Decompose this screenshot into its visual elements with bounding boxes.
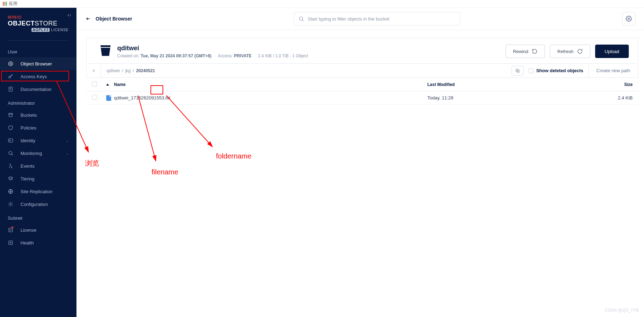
created-label: Created on: Tue, May 21 2024 09:37:57 (G… [117, 53, 211, 58]
row-checkbox[interactable] [92, 95, 97, 100]
breadcrumb[interactable]: qditwei/ jkg/ 20240521 [101, 68, 161, 73]
select-all-checkbox[interactable] [92, 81, 97, 86]
file-size: 2.4 KiB [594, 95, 633, 100]
logo-license: AGPLV3LICENSE [8, 28, 69, 32]
sidebar-collapse-icon[interactable] [67, 13, 72, 18]
refresh-button[interactable]: Refresh [550, 45, 590, 58]
watermark: CSDN @QD_IT伟 [605, 307, 639, 313]
notification-dot-icon [11, 226, 13, 229]
gear-icon [626, 16, 632, 22]
sidebar-item-label: Identity [21, 138, 35, 143]
health-icon [8, 240, 13, 246]
checkbox-icon[interactable] [529, 68, 534, 73]
divider [8, 40, 69, 41]
sidebar-item-buckets[interactable]: Buckets [0, 109, 76, 121]
search-icon [298, 16, 304, 22]
search-input[interactable] [308, 16, 456, 22]
sidebar-item-site-replication[interactable]: Site Replication [0, 185, 76, 198]
sidebar-item-policies[interactable]: Policies [0, 121, 76, 134]
file-name: qditwei_1716262091553.txt [114, 95, 170, 100]
settings-button[interactable] [622, 12, 636, 25]
path-row: qditwei/ jkg/ 20240521 Show deleted obje… [86, 64, 638, 78]
svg-point-6 [9, 151, 12, 155]
sidebar-item-health[interactable]: Health [0, 236, 76, 249]
sidebar-item-label: Documentation [21, 87, 51, 92]
copy-icon [515, 68, 520, 73]
svg-rect-4 [8, 139, 13, 142]
sidebar-item-label: Health [21, 240, 34, 246]
bucket-large-icon [99, 45, 112, 56]
file-modified: Today, 11:28 [427, 95, 594, 100]
svg-point-8 [10, 203, 11, 205]
rewind-icon [532, 48, 537, 54]
svg-point-5 [10, 140, 11, 141]
sidebar-item-documentation[interactable]: Documentation [0, 83, 76, 96]
header-name[interactable]: Name [106, 82, 427, 87]
bucket-name: qditwei [117, 45, 308, 52]
file-table: Name Last Modified Size qditwei_17162620… [86, 78, 638, 105]
section-user: User [0, 44, 76, 57]
apps-grid-icon [3, 2, 7, 6]
bucket-header: qditwei Created on: Tue, May 21 2024 09:… [86, 38, 638, 64]
table-header: Name Last Modified Size [86, 78, 638, 91]
sidebar-item-label: Access Keys [21, 74, 47, 79]
section-subnet: Subnet [0, 211, 76, 224]
back-arrow-icon[interactable] [85, 16, 91, 21]
sidebar-item-tiering[interactable]: Tiering [0, 172, 76, 185]
search-bar[interactable] [294, 12, 460, 25]
access-label: Access: PRIVATE [218, 53, 252, 58]
crumb-current: 20240521 [136, 68, 155, 73]
main-content: Object Browser qditwei Created on: Tue, … [76, 8, 644, 317]
crumb-folder[interactable]: jkg [125, 68, 131, 73]
sidebar-item-label: Tiering [21, 176, 34, 181]
layers-icon [8, 176, 13, 181]
crumb-bucket[interactable]: qditwei [107, 68, 120, 73]
svg-point-12 [628, 18, 630, 20]
header-modified[interactable]: Last Modified [427, 82, 594, 87]
path-back-button[interactable] [87, 64, 101, 77]
sidebar-item-label: Policies [21, 125, 36, 131]
table-row[interactable]: qditwei_1716262091553.txt Today, 11:28 2… [86, 91, 638, 105]
sidebar: MINIO OBJECTSTORE AGPLV3LICENSE User Obj… [0, 8, 76, 317]
chevron-down-icon: ⌄ [66, 139, 69, 143]
sidebar-item-label: Buckets [21, 113, 37, 118]
sidebar-item-monitoring[interactable]: Monitoring ⌄ [0, 147, 76, 160]
search-icon [8, 150, 13, 156]
lambda-icon [8, 163, 13, 169]
sidebar-item-label: Events [21, 163, 35, 169]
sidebar-item-object-browser[interactable]: Object Browser [0, 57, 76, 70]
sidebar-item-events[interactable]: Events [0, 160, 76, 172]
page-title: Object Browser [96, 16, 132, 22]
sidebar-item-license[interactable]: License [0, 224, 76, 236]
page-title-area[interactable]: Object Browser [85, 16, 132, 22]
sidebar-item-identity[interactable]: Identity ⌄ [0, 134, 76, 147]
sort-asc-icon [106, 83, 109, 86]
sidebar-item-label: Object Browser [21, 61, 52, 67]
doc-icon [8, 86, 13, 92]
create-new-path-button[interactable]: Create new path [588, 64, 638, 77]
chevron-down-icon: ⌄ [66, 151, 69, 155]
svg-point-2 [9, 76, 11, 78]
show-deleted-toggle[interactable]: Show deleted objects [529, 68, 583, 73]
rewind-button[interactable]: Rewind [506, 45, 545, 58]
gear-icon [8, 201, 13, 207]
top-bar: Object Browser [76, 8, 644, 30]
bucket-info: qditwei Created on: Tue, May 21 2024 09:… [117, 45, 308, 58]
bucket-actions: Rewind Refresh Upload [506, 45, 629, 58]
copy-path-button[interactable] [512, 66, 524, 76]
svg-point-0 [8, 62, 13, 66]
upload-button[interactable]: Upload [595, 45, 629, 58]
sidebar-item-configuration[interactable]: Configuration [0, 198, 76, 211]
logo: MINIO OBJECTSTORE AGPLV3LICENSE [0, 11, 76, 38]
sidebar-item-label: Configuration [21, 202, 48, 207]
svg-rect-9 [9, 228, 13, 232]
apps-label: 应用 [9, 1, 17, 7]
sidebar-item-access-keys[interactable]: Access Keys [0, 70, 76, 83]
bucket-stats: 2.4 KiB / 1.0 TiB - 1 Object [258, 53, 308, 58]
globe-icon [8, 189, 13, 194]
header-size[interactable]: Size [594, 82, 633, 87]
logo-brand: MINIO [8, 15, 69, 20]
identity-icon [8, 138, 13, 143]
bucket-icon [8, 112, 13, 118]
file-icon [106, 95, 111, 101]
